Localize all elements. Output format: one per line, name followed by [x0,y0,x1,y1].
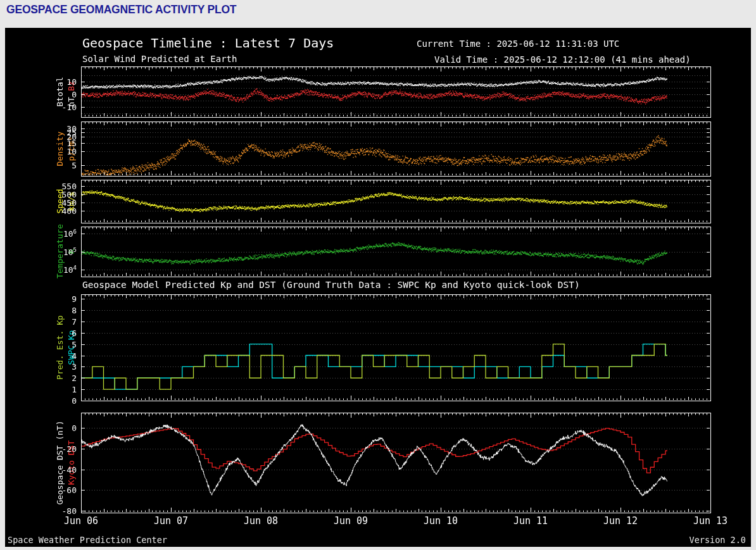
y-tick-label: 0 [39,423,77,433]
x-axis-label: Jun 11 [513,515,548,527]
y-tick-label: -40 [39,465,77,474]
plot-title: Geospace Timeline : Latest 7 Days [82,35,334,51]
y-tick-label: 2 [39,373,77,383]
y-tick-label: 8 [39,306,77,315]
y-tick-label: 5 [39,161,77,170]
y-tick-label: 5 [39,339,77,349]
x-axis-label: Jun 09 [334,515,368,527]
y-tick-label: 7 [39,316,77,326]
y-tick-label: 106 [39,228,77,239]
y-tick-label: 9 [39,294,77,304]
kp-dst-section-title: Geospace Model Predicted Kp and DST (Gro… [82,280,580,290]
solar-wind-subtitle: Solar Wind Predicted at Earth [82,54,237,64]
x-axis-label: Jun 07 [154,515,188,527]
y-tick-label: 400 [39,206,77,215]
y-tick-label: 0 [39,90,77,99]
x-axis-label: Jun 08 [244,515,278,527]
y-tick-label: 0 [39,396,77,406]
x-axis-label: Jun 13 [693,515,728,527]
footer-version: Version 2.0 [690,535,746,545]
x-axis-label: Jun 10 [424,515,458,527]
y-tick-label: -80 [39,506,77,515]
geospace-plot: Geospace Timeline : Latest 7 Days Curren… [5,28,751,547]
y-tick-label: 10 [39,146,77,156]
page-title: GEOSPACE GEOMAGNETIC ACTIVITY PLOT [6,3,236,16]
y-tick-label: 10 [39,77,77,87]
x-axis-label: Jun 06 [64,515,98,527]
y-tick-label: 104 [39,265,77,275]
y-tick-label: -60 [39,485,77,495]
x-axis-label: Jun 12 [603,515,638,527]
valid-time: Valid Time : 2025-06-12 12:12:00 (41 min… [434,54,691,65]
y-tick-label: 1 [39,385,77,394]
y-tick-label: 4 [39,351,77,360]
footer-swpc: Space Weather Prediction Center [8,535,167,545]
current-time: Current Time : 2025-06-12 11:31:03 UTC [417,39,619,49]
y-tick-label: 105 [39,246,77,256]
y-tick-label: -10 [39,103,77,112]
y-tick-label: 3 [39,362,77,372]
y-tick-label: 6 [39,328,77,337]
y-tick-label: -20 [39,444,77,454]
